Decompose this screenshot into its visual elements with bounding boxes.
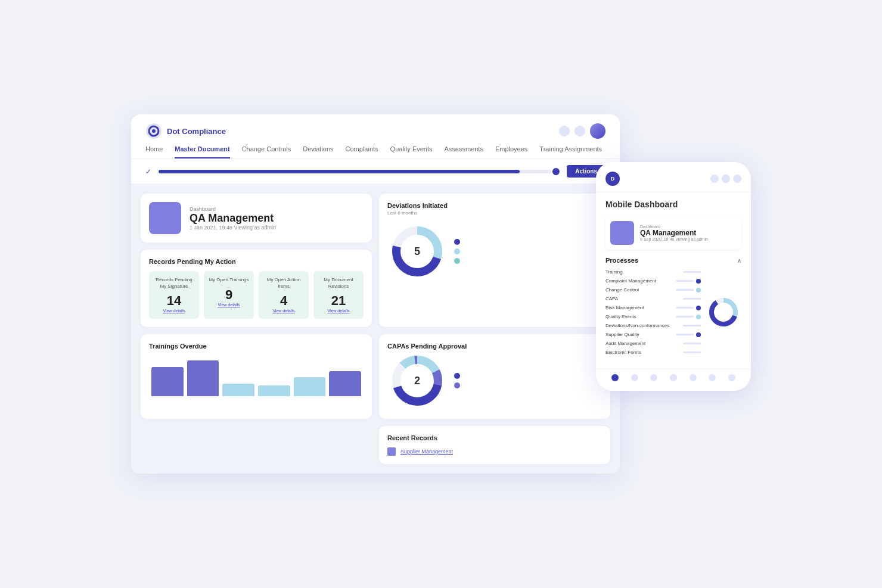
dashboard-label: Dashboard [190, 206, 276, 212]
mobile-content: Mobile Dashboard Dashboard QA Management… [596, 192, 751, 369]
rec-label-1: My Open Trainings [209, 277, 249, 283]
progress-section: ✓ Actions [131, 159, 620, 184]
processes-section: Processes ∧ Training Complaint Managemen… [605, 257, 741, 357]
rec-num-1: 9 [209, 287, 249, 303]
rec-link-1[interactable]: View details [209, 303, 249, 307]
capas-donut: 2 [387, 351, 447, 410]
deviations-value: 5 [414, 245, 420, 258]
rec-link-0[interactable]: View details [154, 309, 194, 313]
processes-layout: Training Complaint Management Change Con… [605, 267, 741, 357]
nav-icons [559, 123, 605, 139]
process-name-9: Electronic Forms [605, 350, 641, 355]
scene: Dot Compliance Home Master Document Chan… [131, 114, 751, 474]
dashboard-icon [149, 202, 181, 234]
capas-card: CAPAs Pending Approval 2 [379, 334, 610, 419]
bar-3 [258, 385, 290, 396]
legend-dot-3 [454, 258, 460, 264]
capas-value: 2 [414, 374, 420, 387]
mobile-bottom-nav-7[interactable] [728, 374, 735, 381]
rec-label-0: Records Pending My Signature [154, 277, 194, 290]
desktop-mockup: Dot Compliance Home Master Document Chan… [131, 114, 620, 474]
processes-chevron-icon[interactable]: ∧ [737, 257, 741, 264]
nav-quality-events[interactable]: Quality Events [390, 145, 433, 158]
records-grid: Records Pending My Signature 14 View det… [149, 271, 364, 319]
mobile-nav-circles [710, 175, 741, 183]
bar-4 [294, 377, 326, 396]
nav-employees[interactable]: Employees [495, 145, 527, 158]
mobile-dash-sub: 9 Sep 2020, 19:48 Viewing as admin [640, 237, 708, 241]
mobile-donut-wrap [706, 267, 741, 357]
bar-0 [151, 367, 184, 396]
nav-training[interactable]: Training Assignments [539, 145, 602, 158]
rec-link-2[interactable]: View details [263, 309, 304, 313]
mobile-bottom-nav-1[interactable] [611, 374, 619, 381]
progress-end-dot [552, 168, 560, 175]
rec-num-3: 21 [318, 293, 359, 309]
process-name-2: Change Control [605, 287, 639, 293]
progress-check-icon: ✓ [145, 167, 151, 176]
svg-point-2 [152, 129, 156, 133]
nav-home[interactable]: Home [145, 145, 163, 158]
mobile-dash-icon [610, 221, 634, 245]
record-item-2: My Open Action Items 4 View details [259, 271, 309, 319]
mobile-dash-title: QA Management [640, 229, 708, 237]
mobile-bottom-nav-3[interactable] [650, 374, 657, 381]
mobile-bottom-nav-6[interactable] [709, 374, 716, 381]
mobile-mockup: D Mobile Dashboard Dashboard QA Manageme… [596, 162, 751, 391]
recent-dot-0 [387, 447, 396, 456]
nav-icon-2[interactable] [574, 126, 585, 136]
record-item-3: My Document Revisions 21 View details [313, 271, 364, 319]
records-pending-card: Records Pending My Action Records Pendin… [141, 250, 372, 327]
process-name-1: Complaint Management [605, 278, 656, 284]
capas-legend [454, 373, 460, 388]
process-row-5: Quality Events [605, 312, 701, 321]
bar-5 [329, 371, 361, 396]
rec-link-3[interactable]: View details [318, 309, 359, 313]
deviations-chart: 5 [387, 222, 602, 281]
capas-chart: 2 [387, 351, 602, 410]
processes-title: Processes [605, 257, 638, 264]
deviations-legend [454, 239, 460, 264]
deviations-card: Deviations Initiated Last 6 months 5 [379, 194, 610, 327]
mobile-nav-c2[interactable] [722, 175, 730, 183]
recent-records-card: Recent Records Supplier Management [379, 426, 610, 464]
mobile-nav-c3[interactable] [733, 175, 741, 183]
nav-change-controls[interactable]: Change Controls [242, 145, 291, 158]
deviations-donut: 5 [387, 222, 447, 281]
mobile-bottom-nav-5[interactable] [690, 374, 697, 381]
deviations-title: Deviations Initiated [387, 202, 602, 209]
legend-dot-1 [454, 239, 460, 245]
nav-deviations[interactable]: Deviations [303, 145, 333, 158]
mobile-bottom-nav-4[interactable] [670, 374, 677, 381]
bar-2 [222, 384, 254, 396]
process-name-4: Risk Management [605, 305, 644, 310]
mobile-bottom-nav-2[interactable] [631, 374, 638, 381]
process-row-4: Risk Management [605, 303, 701, 312]
dashboard-title: QA Management [190, 212, 276, 225]
processes-list: Training Complaint Management Change Con… [605, 267, 701, 357]
process-row-3: CAPA [605, 294, 701, 303]
process-name-3: CAPA [605, 296, 618, 301]
nav-avatar[interactable] [590, 123, 605, 139]
recent-link-0[interactable]: Supplier Management [400, 449, 453, 455]
dashboard-subtitle: 1 Jan 2021, 19:48 Viewing as admin [190, 225, 276, 231]
logo-icon [145, 123, 162, 139]
nav-top: Dot Compliance [145, 123, 605, 139]
nav-icon-1[interactable] [559, 126, 570, 136]
records-title: Records Pending My Action [149, 258, 364, 265]
process-name-5: Quality Events [605, 314, 636, 319]
nav-complaints[interactable]: Complaints [346, 145, 378, 158]
nav-assessments[interactable]: Assessments [445, 145, 483, 158]
nav-bar: Dot Compliance Home Master Document Chan… [131, 114, 620, 159]
mobile-dash-label: Dashboard [640, 225, 708, 229]
progress-bar [159, 170, 560, 173]
process-name-8: Audit Management [605, 341, 645, 346]
mobile-title: Mobile Dashboard [605, 200, 741, 209]
rec-label-2: My Open Action Items [263, 277, 304, 290]
deviations-period: Last 6 months [387, 210, 602, 216]
bar-chart [149, 354, 364, 396]
trainings-title: Trainings Overdue [149, 343, 364, 350]
nav-master-document[interactable]: Master Document [175, 145, 229, 158]
dashboard-header-card: Dashboard QA Management 1 Jan 2021, 19:4… [141, 194, 372, 242]
mobile-nav-c1[interactable] [710, 175, 719, 183]
